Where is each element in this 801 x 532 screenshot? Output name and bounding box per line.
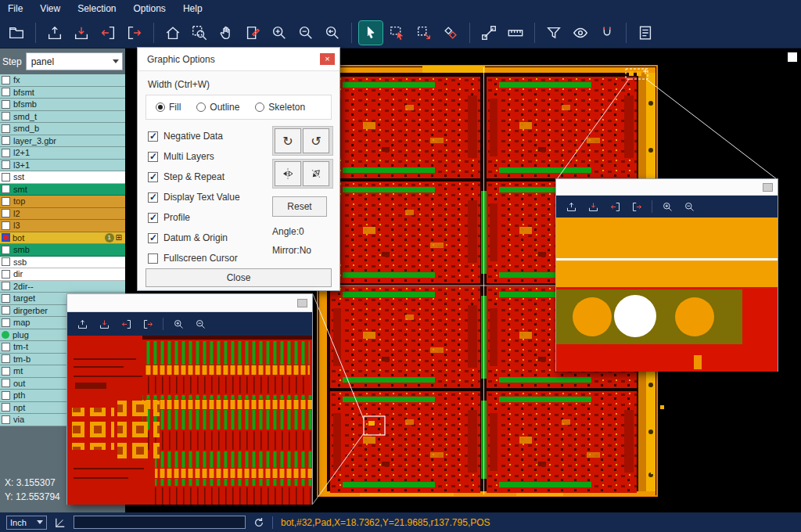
layer-row-top[interactable]: top [0,196,125,208]
layer-row-dir[interactable]: dir [0,268,125,281]
radio-outline[interactable]: Outline [196,102,239,113]
layer-checkbox[interactable] [2,415,10,424]
menu-help[interactable]: Help [183,3,203,14]
home-view-icon[interactable] [161,21,185,45]
zoom-previous-icon[interactable] [321,21,344,45]
layer-checkbox[interactable] [2,391,10,400]
menu-view[interactable]: View [40,3,60,14]
layer-row-smb[interactable]: smb [0,244,125,257]
import-down-icon[interactable] [95,315,113,332]
layer-row-smt[interactable]: smt [0,184,125,196]
zoom-out-icon[interactable] [294,21,318,45]
zoom-out-icon[interactable] [192,315,209,332]
window-control-icon[interactable] [763,183,773,192]
open-file-icon[interactable] [5,21,28,45]
step-select[interactable]: panel [26,52,123,70]
layer-checkbox[interactable] [2,173,10,182]
layer-checkbox[interactable] [2,257,10,266]
unit-select[interactable]: Inch [6,516,47,530]
checkbox-step-repeat[interactable]: Step & Repeat [148,167,240,187]
layer-row-layer_3[interactable]: layer_3.gbr [0,135,125,148]
layer-row-bot[interactable]: bot1⊞ [0,232,125,245]
layer-row-sst[interactable]: sst [0,171,125,184]
layer-checkbox[interactable] [2,403,10,412]
zoom-in-icon[interactable] [170,315,187,332]
magnified-detail-view[interactable] [67,336,312,505]
import-right-icon[interactable] [139,315,156,332]
layer-row-bfsmt[interactable]: bfsmt [0,87,125,99]
layer-row-bfsmb[interactable]: bfsmb [0,99,125,111]
layer-checkbox[interactable] [2,306,10,315]
magnifier-titlebar[interactable] [67,294,312,312]
menu-options[interactable]: Options [134,3,166,14]
zoom-in-icon[interactable] [659,198,676,215]
marquee-select-icon[interactable] [386,21,409,45]
import-left-icon[interactable] [117,315,135,332]
rotate-ccw-icon[interactable]: ↺ [303,128,329,153]
layer-checkbox[interactable] [2,343,10,351]
select-cursor-icon[interactable] [359,21,383,45]
import-up-icon[interactable] [74,315,91,332]
checkbox-profile[interactable]: Profile [148,207,240,228]
zoom-out-icon[interactable] [681,198,698,215]
compare-layers-icon[interactable] [439,21,462,45]
mirror-diagonal-icon[interactable] [303,161,329,186]
layer-checkbox[interactable] [2,209,10,217]
import-left-icon[interactable] [96,21,120,45]
layer-checkbox[interactable] [2,112,10,120]
close-icon[interactable]: × [320,53,335,65]
checkbox-datum-origin[interactable]: Datum & Origin [148,228,240,248]
layer-row-l3+1[interactable]: l3+1 [0,160,125,172]
annotate-icon[interactable] [241,21,264,45]
magnifier-titlebar[interactable] [556,179,778,196]
pan-hand-icon[interactable] [214,21,238,45]
checkbox-multi-layers[interactable]: Multi Layers [148,146,240,167]
refresh-icon[interactable] [253,517,264,528]
zoom-in-icon[interactable] [268,21,291,45]
layer-checkbox[interactable] [2,221,10,230]
import-up-icon[interactable] [43,21,66,45]
layer-checkbox[interactable] [2,246,10,254]
menu-selection[interactable]: Selection [77,3,116,14]
radio-fill[interactable]: Fill [156,102,181,113]
layer-row-smd_t[interactable]: smd_t [0,111,125,124]
layer-checkbox[interactable] [2,76,10,84]
checkbox-negative-data[interactable]: Negative Data [148,126,240,146]
mirror-horizontal-icon[interactable] [275,161,301,186]
layer-checkbox[interactable] [2,136,10,145]
layer-checkbox[interactable] [2,185,10,193]
layer-checkbox[interactable] [2,88,10,96]
layer-checkbox[interactable] [2,379,10,387]
import-down-icon[interactable] [584,198,602,215]
close-button[interactable]: Close [145,268,332,287]
import-right-icon[interactable] [123,21,146,45]
layer-checkbox[interactable] [2,100,10,109]
layer-checkbox[interactable] [2,160,10,169]
layer-checkbox[interactable] [2,367,10,376]
layer-checkbox[interactable] [2,318,10,327]
layer-checkbox[interactable] [2,282,10,290]
dialog-titlebar[interactable]: Graphic Options × [138,48,339,71]
filter-icon[interactable] [542,21,566,45]
import-down-icon[interactable] [70,21,93,45]
layer-checkbox[interactable] [2,124,10,133]
layer-row-fx[interactable]: fx [0,74,125,87]
canvas-corner-box[interactable] [788,52,797,62]
ruler-icon[interactable] [504,21,527,45]
magnet-snap-icon[interactable] [595,21,619,45]
checkbox-fullscreen-cursor[interactable]: Fullscreen Cursor [148,248,240,268]
transform-select-icon[interactable] [412,21,436,45]
layer-row-smd_b[interactable]: smd_b [0,123,125,135]
layer-checkbox[interactable] [2,197,10,206]
report-list-icon[interactable] [634,21,657,45]
layer-checkbox[interactable] [2,354,10,363]
reset-button[interactable]: Reset [272,196,327,217]
checkbox-display-text-value[interactable]: Display Text Value [148,187,240,207]
layer-row-ssb[interactable]: ssb [0,257,125,269]
layer-row-2dir[interactable]: 2dir-- [0,281,125,293]
import-left-icon[interactable] [606,198,623,215]
layer-row-l2+1[interactable]: l2+1 [0,147,125,160]
window-control-icon[interactable] [297,299,307,307]
menu-file[interactable]: File [8,3,23,14]
rotate-cw-icon[interactable]: ↻ [275,128,301,153]
